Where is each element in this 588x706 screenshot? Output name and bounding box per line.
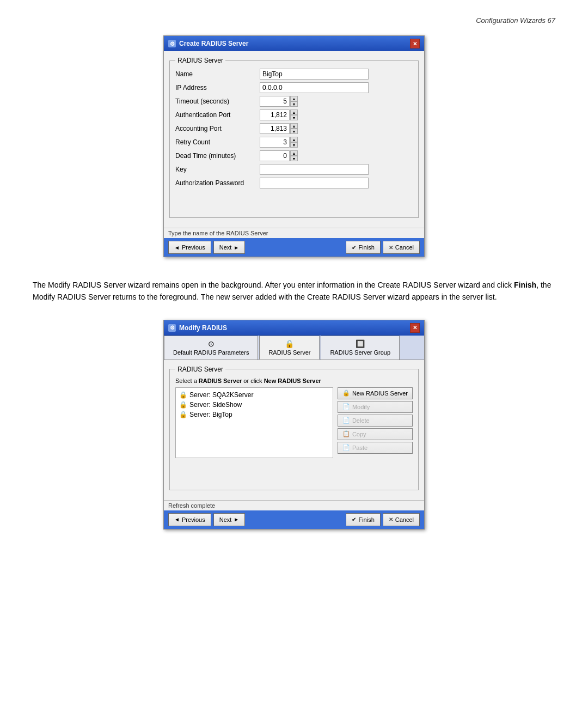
modify-dialog-body: RADIUS Server Select a RADIUS Server or …	[164, 360, 424, 500]
modify-status-bar: Refresh complete	[164, 500, 424, 510]
page-header-text: Configuration Wizards 67	[476, 16, 555, 25]
body-paragraph: The Modify RADIUS Server wizard remains …	[33, 279, 555, 303]
copy-btn-icon: 📋	[342, 430, 350, 437]
paste-btn-icon: 📄	[342, 444, 350, 451]
modify-finish-button[interactable]: ✔ Finish	[346, 513, 380, 526]
delete-btn-label: Delete	[352, 417, 370, 424]
server-actions: 🔒 New RADIUS Server 📄 Modify 📄 Delete	[338, 387, 413, 458]
cancel-x-icon: ✕	[389, 245, 393, 251]
form-row-timeout: Timeout (seconds) ▲ ▼	[175, 96, 413, 107]
spinner-dead-time-down[interactable]: ▼	[290, 156, 298, 161]
create-dialog-body: RADIUS Server Name IP Address Timeout (s…	[164, 51, 424, 228]
input-auth-pwd[interactable]	[260, 178, 369, 188]
modify-button-bar: ◄ Previous Next ► ✔ Finish ✕ Cancel	[164, 510, 424, 529]
new-radius-icon: 🔒	[342, 389, 350, 397]
create-next-label: Next	[219, 244, 232, 251]
modify-button[interactable]: 📄 Modify	[338, 401, 413, 413]
spinner-auth-port: ▲ ▼	[260, 109, 298, 120]
delete-button[interactable]: 📄 Delete	[338, 415, 413, 427]
modify-dialog-titlebar: ⚙ Modify RADIUS ✕	[164, 320, 424, 336]
next-icon: ►	[234, 245, 239, 251]
modify-fieldset-legend: RADIUS Server	[175, 366, 225, 373]
create-finish-button[interactable]: ✔ Finish	[346, 241, 380, 254]
modify-btn-icon: 📄	[342, 403, 350, 410]
label-retry: Retry Count	[175, 138, 260, 146]
modify-next-button[interactable]: Next ►	[213, 513, 246, 526]
spinner-retry-down[interactable]: ▼	[290, 142, 298, 148]
input-name[interactable]	[260, 69, 369, 80]
new-radius-label: New RADIUS Server	[352, 390, 408, 397]
delete-btn-icon: 📄	[342, 417, 350, 424]
create-fieldset-legend: RADIUS Server	[175, 57, 225, 64]
server-list: 🔒 Server: SQA2KServer 🔒 Server: SideShow…	[175, 387, 333, 458]
spinner-auth-port-btns: ▲ ▼	[290, 109, 298, 120]
create-cancel-button[interactable]: ✕ Cancel	[383, 241, 420, 254]
spinner-timeout-input[interactable]	[260, 96, 290, 107]
tab-radius-server-group[interactable]: 🔲 RADIUS Server Group	[321, 336, 400, 360]
form-row-acct-port: Accounting Port ▲ ▼	[175, 123, 413, 134]
modify-cancel-x-icon: ✕	[389, 516, 393, 522]
spinner-retry-up[interactable]: ▲	[290, 137, 298, 142]
spinner-retry: ▲ ▼	[260, 137, 298, 148]
create-previous-label: Previous	[182, 244, 205, 251]
spinner-retry-input[interactable]	[260, 137, 290, 148]
server-label-sideshow: Server: SideShow	[189, 401, 242, 409]
modify-btn-label: Modify	[352, 404, 370, 410]
server-icon-sqa2k: 🔒	[179, 391, 187, 399]
create-previous-button[interactable]: ◄ Previous	[168, 241, 211, 254]
spinner-auth-port-input[interactable]	[260, 109, 290, 120]
tab-radius-server[interactable]: 🔒 RADIUS Server	[259, 336, 320, 360]
select-note-bold: RADIUS Server	[199, 378, 242, 384]
tab-default-icon: ⊙	[208, 339, 215, 348]
create-next-button[interactable]: Next ►	[213, 241, 246, 254]
spinner-timeout-up[interactable]: ▲	[290, 96, 298, 101]
modify-dialog-close-button[interactable]: ✕	[410, 323, 420, 333]
tab-server-label: RADIUS Server	[268, 349, 310, 356]
form-row-auth-pwd: Authorization Password	[175, 178, 413, 188]
label-acct-port: Accounting Port	[175, 125, 260, 132]
create-spacer	[175, 191, 413, 213]
finish-check-icon: ✔	[352, 245, 356, 251]
modify-next-icon: ►	[234, 516, 239, 522]
modify-previous-button[interactable]: ◄ Previous	[168, 513, 211, 526]
select-note-bold2: New RADIUS Server	[264, 378, 321, 384]
create-dialog-close-button[interactable]: ✕	[410, 39, 420, 48]
new-radius-server-button[interactable]: 🔒 New RADIUS Server	[338, 387, 413, 399]
spinner-acct-port-up[interactable]: ▲	[290, 123, 298, 129]
spinner-acct-port-down[interactable]: ▼	[290, 129, 298, 134]
copy-button[interactable]: 📋 Copy	[338, 428, 413, 440]
label-key: Key	[175, 166, 260, 173]
form-row-auth-port: Authentication Port ▲ ▼	[175, 109, 413, 120]
spinner-acct-port-btns: ▲ ▼	[290, 123, 298, 134]
tab-default-radius[interactable]: ⊙ Default RADIUS Parameters	[164, 336, 258, 360]
server-item-sideshow[interactable]: 🔒 Server: SideShow	[178, 400, 330, 410]
spinner-acct-port-input[interactable]	[260, 123, 290, 134]
server-icon-sideshow: 🔒	[179, 401, 187, 409]
label-auth-port: Authentication Port	[175, 111, 260, 119]
spinner-acct-port: ▲ ▼	[260, 123, 298, 134]
spinner-timeout-btns: ▲ ▼	[290, 96, 298, 107]
modify-finish-check-icon: ✔	[352, 516, 356, 522]
modify-radius-fieldset: RADIUS Server Select a RADIUS Server or …	[169, 366, 419, 490]
modify-cancel-button[interactable]: ✕ Cancel	[383, 513, 420, 526]
label-dead-time: Dead Time (minutes)	[175, 152, 260, 160]
spinner-dead-time-up[interactable]: ▲	[290, 150, 298, 156]
server-item-bigtop[interactable]: 🔒 Server: BigTop	[178, 410, 330, 419]
tab-default-label: Default RADIUS Parameters	[173, 349, 249, 356]
spinner-timeout-down[interactable]: ▼	[290, 101, 298, 107]
input-key[interactable]	[260, 164, 369, 175]
input-ip[interactable]	[260, 82, 369, 93]
form-row-name: Name	[175, 69, 413, 80]
server-item-sqa2k[interactable]: 🔒 Server: SQA2KServer	[178, 390, 330, 400]
paste-button[interactable]: 📄 Paste	[338, 442, 413, 454]
spinner-auth-port-up[interactable]: ▲	[290, 109, 298, 115]
label-timeout: Timeout (seconds)	[175, 98, 260, 105]
modify-status-text: Refresh complete	[168, 502, 215, 509]
spinner-auth-port-down[interactable]: ▼	[290, 115, 298, 120]
tab-group-label: RADIUS Server Group	[330, 349, 390, 356]
modify-previous-icon: ◄	[174, 516, 180, 522]
create-radius-dialog: ⚙ Create RADIUS Server ✕ RADIUS Server N…	[163, 35, 425, 257]
modify-titlebar-icon: ⚙	[168, 324, 176, 332]
spinner-dead-time-input[interactable]	[260, 150, 290, 161]
create-finish-label: Finish	[358, 244, 374, 251]
